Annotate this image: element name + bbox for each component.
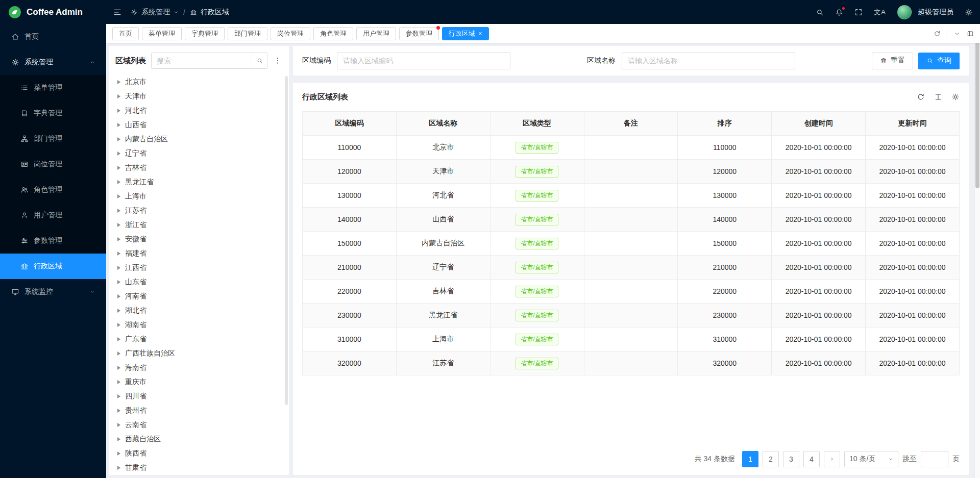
tree-item[interactable]: 甘肃省 bbox=[114, 461, 282, 475]
caret-right-icon[interactable] bbox=[117, 152, 120, 156]
caret-right-icon[interactable] bbox=[117, 294, 120, 298]
tree-item[interactable]: 安徽省 bbox=[114, 232, 282, 246]
tree-search-input[interactable] bbox=[152, 57, 252, 65]
table-row[interactable]: 310000 上海市 省市/直辖市 310000 2020-10-01 00:0… bbox=[303, 328, 960, 351]
tab-param-mgmt[interactable]: 参数管理 bbox=[399, 27, 439, 40]
tree-item[interactable]: 福建省 bbox=[114, 246, 282, 261]
tree-item[interactable]: 湖北省 bbox=[114, 304, 282, 318]
tree-item[interactable]: 江西省 bbox=[114, 261, 282, 275]
page-button-1[interactable]: 1 bbox=[742, 451, 758, 467]
query-button[interactable]: 查询 bbox=[918, 53, 960, 69]
caret-right-icon[interactable] bbox=[117, 280, 120, 284]
sidebar-item-home[interactable]: 首页 bbox=[0, 24, 106, 49]
column-header[interactable]: 区域类型 bbox=[490, 112, 584, 136]
tree-item[interactable]: 海南省 bbox=[114, 361, 282, 375]
column-header[interactable]: 区域编码 bbox=[303, 112, 397, 136]
tree-item[interactable]: 河北省 bbox=[114, 104, 282, 118]
search-icon[interactable] bbox=[252, 53, 267, 68]
table-row[interactable]: 140000 山西省 省市/直辖市 140000 2020-10-01 00:0… bbox=[303, 208, 960, 232]
table-row[interactable]: 150000 内蒙古自治区 省市/直辖市 150000 2020-10-01 0… bbox=[303, 232, 960, 256]
sidebar-item-post-mgmt[interactable]: 岗位管理 bbox=[0, 152, 106, 177]
tab-options-chevron-icon[interactable] bbox=[953, 30, 961, 37]
caret-right-icon[interactable] bbox=[117, 323, 120, 327]
tree-item[interactable]: 云南省 bbox=[114, 418, 282, 432]
tree-item[interactable]: 四川省 bbox=[114, 389, 282, 404]
caret-right-icon[interactable] bbox=[117, 309, 120, 313]
close-icon[interactable]: × bbox=[478, 30, 482, 37]
sidebar-item-role-mgmt[interactable]: 角色管理 bbox=[0, 177, 106, 203]
caret-right-icon[interactable] bbox=[117, 166, 120, 170]
caret-right-icon[interactable] bbox=[117, 237, 120, 241]
caret-right-icon[interactable] bbox=[117, 223, 120, 227]
caret-right-icon[interactable] bbox=[117, 94, 120, 98]
app-logo[interactable]: Coffee Admin bbox=[0, 0, 106, 24]
refresh-tabs-icon[interactable] bbox=[934, 30, 941, 37]
caret-right-icon[interactable] bbox=[117, 80, 120, 84]
tab-role-mgmt[interactable]: 角色管理 bbox=[313, 27, 353, 40]
caret-right-icon[interactable] bbox=[117, 466, 120, 470]
fullscreen-icon[interactable] bbox=[854, 8, 863, 16]
sidebar-item-param-mgmt[interactable]: 参数管理 bbox=[0, 228, 106, 254]
more-options-icon[interactable] bbox=[273, 56, 283, 66]
tree-item[interactable]: 北京市 bbox=[114, 75, 282, 89]
sidebar-item-dept-mgmt[interactable]: 部门管理 bbox=[0, 126, 106, 152]
caret-right-icon[interactable] bbox=[117, 266, 120, 270]
sidebar-item-system[interactable]: 系统管理 bbox=[0, 49, 106, 75]
table-row[interactable]: 120000 天津市 省市/直辖市 120000 2020-10-01 00:0… bbox=[303, 160, 960, 184]
region-name-input[interactable] bbox=[622, 53, 795, 69]
caret-right-icon[interactable] bbox=[117, 394, 120, 398]
window-scrollbar-thumb[interactable] bbox=[975, 30, 979, 188]
table-row[interactable]: 220000 吉林省 省市/直辖市 220000 2020-10-01 00:0… bbox=[303, 280, 960, 304]
sidebar-item-menu-mgmt[interactable]: 菜单管理 bbox=[0, 75, 106, 100]
jump-page-input[interactable] bbox=[921, 451, 948, 467]
caret-right-icon[interactable] bbox=[117, 194, 120, 198]
caret-right-icon[interactable] bbox=[117, 351, 120, 356]
next-page-button[interactable] bbox=[824, 451, 840, 467]
reset-button[interactable]: 重置 bbox=[872, 53, 913, 69]
tab-dict-mgmt[interactable]: 字典管理 bbox=[185, 27, 225, 40]
tree-item[interactable]: 天津市 bbox=[114, 89, 282, 104]
tab-menu-mgmt[interactable]: 菜单管理 bbox=[142, 27, 182, 40]
table-row[interactable]: 210000 辽宁省 省市/直辖市 210000 2020-10-01 00:0… bbox=[303, 256, 960, 280]
page-button-3[interactable]: 3 bbox=[783, 451, 799, 467]
caret-right-icon[interactable] bbox=[117, 380, 120, 384]
tab-home[interactable]: 首页 bbox=[112, 27, 139, 40]
caret-right-icon[interactable] bbox=[117, 409, 120, 413]
caret-right-icon[interactable] bbox=[117, 137, 120, 141]
caret-right-icon[interactable] bbox=[117, 109, 120, 113]
column-header[interactable]: 更新时间 bbox=[866, 112, 960, 136]
breadcrumb-section[interactable]: 系统管理 bbox=[141, 8, 170, 17]
region-code-input[interactable] bbox=[337, 53, 510, 69]
tree-item[interactable]: 广西壮族自治区 bbox=[114, 346, 282, 361]
tree-item[interactable]: 浙江省 bbox=[114, 218, 282, 232]
tree-item[interactable]: 内蒙古自治区 bbox=[114, 132, 282, 146]
caret-right-icon[interactable] bbox=[117, 251, 120, 256]
table-row[interactable]: 230000 黑龙江省 省市/直辖市 230000 2020-10-01 00:… bbox=[303, 304, 960, 328]
user-name[interactable]: 超级管理员 bbox=[918, 8, 953, 17]
refresh-table-icon[interactable] bbox=[917, 93, 925, 101]
tree-item[interactable]: 陕西省 bbox=[114, 446, 282, 461]
column-header[interactable]: 排序 bbox=[678, 112, 772, 136]
caret-right-icon[interactable] bbox=[117, 437, 120, 441]
search-icon[interactable] bbox=[816, 8, 824, 16]
tree-item[interactable]: 重庆市 bbox=[114, 375, 282, 389]
tree-item[interactable]: 河南省 bbox=[114, 289, 282, 304]
tree-item[interactable]: 上海市 bbox=[114, 189, 282, 204]
table-row[interactable]: 320000 江苏省 省市/直辖市 320000 2020-10-01 00:0… bbox=[303, 351, 960, 375]
window-scrollbar[interactable] bbox=[974, 24, 980, 478]
column-header[interactable]: 备注 bbox=[584, 112, 678, 136]
sidebar-item-dict-mgmt[interactable]: 字典管理 bbox=[0, 100, 106, 126]
tree-item[interactable]: 山东省 bbox=[114, 275, 282, 289]
collapse-sidebar-icon[interactable] bbox=[113, 8, 121, 16]
page-button-4[interactable]: 4 bbox=[803, 451, 820, 467]
column-settings-gear-icon[interactable] bbox=[951, 93, 960, 101]
sidebar-item-monitor[interactable]: 系统监控 bbox=[0, 279, 106, 305]
column-height-icon[interactable] bbox=[934, 93, 942, 101]
translate-icon[interactable]: 文A bbox=[874, 8, 886, 17]
caret-right-icon[interactable] bbox=[117, 366, 120, 370]
sidebar-item-region[interactable]: 行政区域 bbox=[0, 254, 106, 279]
table-row[interactable]: 110000 北京市 省市/直辖市 110000 2020-10-01 00:0… bbox=[303, 136, 960, 160]
tab-post-mgmt[interactable]: 岗位管理 bbox=[271, 27, 310, 40]
caret-right-icon[interactable] bbox=[117, 123, 120, 127]
tree-item[interactable]: 江苏省 bbox=[114, 204, 282, 218]
